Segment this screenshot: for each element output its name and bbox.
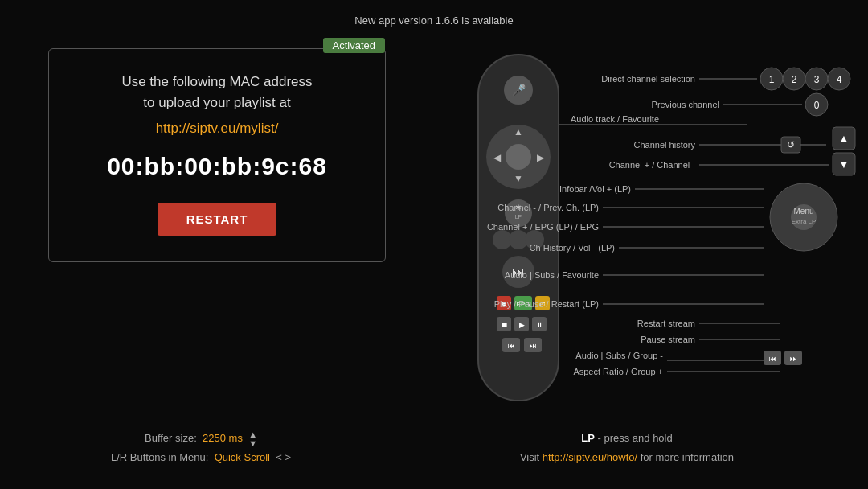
svg-point-47 — [770, 183, 837, 251]
svg-text:Audio | Subs / Group -: Audio | Subs / Group - — [575, 351, 663, 360]
instruction-text: Use the following MAC address to upload … — [73, 72, 361, 113]
restart-button[interactable]: RESTART — [158, 203, 277, 236]
svg-text:EPG: EPG — [517, 301, 530, 308]
svg-point-1 — [504, 76, 533, 105]
app-notification: New app version 1.6.6 is available — [354, 14, 513, 27]
svg-text:▲: ▲ — [838, 132, 850, 145]
svg-text:✱: ✱ — [515, 203, 522, 212]
svg-text:Play / Pause / Restart (LP): Play / Pause / Restart (LP) — [494, 299, 599, 309]
svg-text:Aspect Ratio / Group +: Aspect Ratio / Group + — [573, 367, 663, 376]
svg-rect-27 — [532, 317, 547, 331]
lr-suffix: < > — [276, 451, 291, 463]
svg-text:⏭: ⏭ — [790, 355, 797, 363]
svg-text:⏹: ⏹ — [501, 301, 507, 308]
quick-scroll-value: Quick Scroll — [215, 451, 270, 463]
buffer-value: 2250 ms — [203, 432, 243, 444]
svg-rect-19 — [514, 296, 532, 310]
svg-text:▲: ▲ — [514, 126, 523, 138]
svg-text:Ch History / Vol - (LP): Ch History / Vol - (LP) — [530, 243, 615, 253]
svg-text:⏮: ⏮ — [508, 342, 515, 350]
svg-point-37 — [805, 68, 828, 90]
svg-text:Pause stream: Pause stream — [641, 335, 695, 344]
svg-rect-23 — [497, 317, 511, 331]
svg-point-3 — [486, 125, 551, 189]
svg-rect-45 — [833, 153, 855, 175]
svg-text:Channel - / Prev. Ch. (LP): Channel - / Prev. Ch. (LP) — [497, 203, 599, 212]
svg-text:Restart stream: Restart stream — [637, 318, 695, 328]
stepper-icon[interactable]: ▲▼ — [248, 430, 257, 448]
svg-text:Menu: Menu — [793, 207, 813, 216]
lr-label: L/R Buttons in Menu: — [111, 451, 208, 463]
svg-rect-59 — [781, 137, 800, 153]
svg-rect-83 — [764, 351, 781, 365]
svg-rect-31 — [524, 338, 542, 352]
svg-text:▶: ▶ — [537, 152, 545, 163]
svg-text:0: 0 — [814, 100, 820, 111]
svg-text:Extra LP: Extra LP — [792, 218, 817, 225]
svg-point-41 — [805, 93, 828, 116]
lp-desc: - press and hold — [598, 432, 673, 444]
svg-text:⏹: ⏹ — [501, 321, 508, 329]
svg-text:Direct channel selection: Direct channel selection — [601, 74, 695, 84]
svg-text:⏭: ⏭ — [530, 342, 537, 350]
svg-point-48 — [791, 204, 817, 230]
mac-box: Activated Use the following MAC address … — [48, 48, 386, 262]
svg-text:1: 1 — [769, 74, 775, 85]
svg-text:LP: LP — [515, 214, 522, 220]
svg-point-9 — [505, 199, 532, 227]
svg-text:3: 3 — [814, 74, 820, 85]
svg-text:Audio track / Favourite: Audio track / Favourite — [571, 114, 659, 124]
bottom-left-info: Buffer size: 2250 ms ▲▼ L/R Buttons in M… — [0, 429, 402, 466]
visit-text: Visit — [520, 451, 542, 463]
left-panel: Activated Use the following MAC address … — [48, 48, 386, 262]
svg-text:↺: ↺ — [787, 139, 795, 150]
svg-text:◀: ◀ — [493, 152, 502, 163]
svg-text:▶: ▶ — [519, 321, 525, 329]
playlist-url: http://siptv.eu/mylist/ — [73, 121, 361, 137]
buffer-label: Buffer size: — [145, 432, 197, 444]
svg-text:▼: ▼ — [838, 158, 850, 171]
right-panel: 🎤 ▲ ▼ ◀ ▶ ✱ LP ⏭ ⏹ EPG ⏱ ⏹ ▶ ⏸ — [354, 32, 868, 450]
svg-point-12 — [493, 230, 512, 249]
svg-text:⏮: ⏮ — [769, 355, 776, 363]
svg-text:⏭: ⏭ — [512, 265, 525, 279]
svg-point-15 — [502, 256, 534, 288]
svg-text:▼: ▼ — [514, 173, 523, 184]
svg-text:⏱: ⏱ — [539, 301, 546, 308]
svg-text:Previous channel: Previous channel — [652, 100, 719, 109]
svg-text:Channel + / Channel -: Channel + / Channel - — [609, 160, 696, 170]
svg-point-35 — [783, 68, 805, 90]
svg-text:Channel history: Channel history — [634, 140, 696, 150]
svg-point-33 — [760, 68, 783, 90]
svg-point-4 — [506, 144, 531, 170]
svg-rect-43 — [833, 127, 855, 150]
svg-point-14 — [525, 230, 544, 249]
svg-rect-25 — [514, 317, 529, 331]
svg-rect-21 — [535, 296, 550, 310]
svg-text:4: 4 — [837, 74, 842, 85]
mac-address: 00:bb:00:bb:9c:68 — [73, 153, 361, 180]
bottom-right-info: LP - press and hold Visit http://siptv.e… — [402, 429, 852, 466]
svg-text:Channel + / EPG (LP) / EPG: Channel + / EPG (LP) / EPG — [487, 222, 599, 232]
svg-rect-29 — [502, 338, 520, 352]
svg-point-39 — [828, 68, 850, 90]
svg-text:⏸: ⏸ — [536, 321, 543, 329]
howto-link[interactable]: http://siptv.eu/howto/ — [542, 451, 637, 463]
lp-label: LP — [581, 432, 595, 444]
svg-rect-0 — [478, 55, 559, 401]
svg-text:🎤: 🎤 — [512, 84, 526, 97]
svg-rect-85 — [784, 351, 802, 365]
svg-point-13 — [509, 230, 528, 249]
svg-text:2: 2 — [792, 74, 797, 85]
link-suffix: for more information — [641, 451, 734, 463]
svg-rect-17 — [497, 296, 511, 310]
svg-text:Infobar /Vol + (LP): Infobar /Vol + (LP) — [559, 184, 631, 194]
svg-text:Audio | Subs / Favourite: Audio | Subs / Favourite — [505, 270, 599, 280]
